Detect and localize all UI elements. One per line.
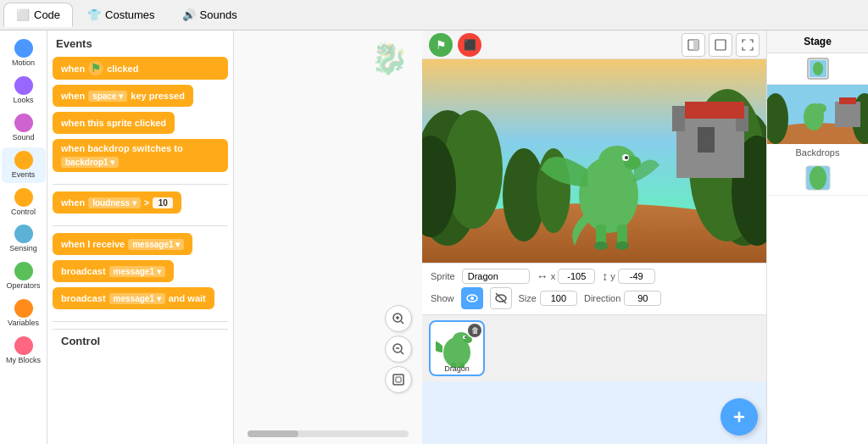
sensing-label: Sensing <box>9 245 37 253</box>
svg-point-36 <box>615 241 629 250</box>
stage-mini-preview <box>767 85 868 144</box>
svg-rect-11 <box>715 40 726 50</box>
show-hidden-button[interactable] <box>490 287 512 309</box>
sidebar-item-variables[interactable]: Variables <box>2 296 46 331</box>
stage-normal-button[interactable] <box>709 33 732 57</box>
backdrops-button[interactable] <box>767 161 868 196</box>
sound-circle <box>14 114 33 132</box>
backdrop-dropdown[interactable]: backdrop1 ▾ <box>61 157 119 168</box>
stage-header: ⚑ ⬛ <box>422 31 766 59</box>
stage-fullscreen-button[interactable] <box>736 33 760 57</box>
sensor-value[interactable]: 10 <box>153 197 173 208</box>
svg-point-45 <box>465 336 466 338</box>
sprite-thumb-dragon[interactable]: 🗑 Dragon <box>429 320 485 376</box>
broadcast-wait-dropdown[interactable]: message1 ▾ <box>109 293 165 304</box>
myblocks-label: My Blocks <box>6 357 41 365</box>
script-area[interactable]: 🐉 when this sprite clicked <box>234 31 422 444</box>
y-label: y <box>610 271 615 281</box>
looks-circle <box>14 76 33 95</box>
svg-rect-8 <box>396 377 401 382</box>
block-broadcast[interactable]: broadcast message1 ▾ <box>53 260 174 282</box>
tab-sounds[interactable]: 🔊 Sounds <box>170 3 250 27</box>
control-label: Control <box>11 208 36 217</box>
divider-1 <box>53 184 228 185</box>
control-section: Control <box>53 329 228 352</box>
blocks-panel: Events when ⚑ clicked when space ▾ key p… <box>47 31 234 444</box>
add-sprite-button[interactable] <box>721 398 758 436</box>
green-flag-icon: ⚑ <box>436 38 447 52</box>
block-when-sprite[interactable]: when this sprite clicked <box>53 112 175 134</box>
tab-sounds-label: Sounds <box>200 8 237 21</box>
sidebar-item-control[interactable]: Control <box>2 185 46 220</box>
size-row: Size <box>519 291 577 306</box>
block-broadcast-wait[interactable]: broadcast message1 ▾ and wait <box>53 287 214 309</box>
x-coord: ↔ x <box>537 269 596 284</box>
sprite-label: Sprite <box>431 271 455 281</box>
divider-2 <box>53 225 228 226</box>
horizontal-scrollbar[interactable] <box>248 430 409 437</box>
sprite-name-input[interactable] <box>462 269 530 284</box>
sidebar-item-events[interactable]: Events <box>2 147 46 183</box>
blocks-section-title: Events <box>53 37 228 50</box>
sound-label: Sound <box>12 134 34 142</box>
svg-line-6 <box>401 352 403 354</box>
stage-canvas <box>422 59 766 263</box>
block-when-sensor[interactable]: when loudness ▾ > 10 <box>53 191 181 214</box>
stop-button[interactable]: ⬛ <box>458 33 481 57</box>
sidebar-item-looks[interactable]: Looks <box>2 73 46 108</box>
sprite-info: Sprite ↔ x ↕ y Show <box>422 263 766 314</box>
stage-area: ⚑ ⬛ <box>422 31 766 444</box>
when-label: when <box>61 64 85 74</box>
tab-costumes[interactable]: 👕 Costumes <box>75 3 168 27</box>
sidebar-item-myblocks[interactable]: My Blocks <box>2 333 46 369</box>
tab-code[interactable]: ⬜ Code <box>3 3 73 27</box>
sensing-circle <box>14 225 33 243</box>
variables-circle <box>14 299 33 318</box>
svg-rect-10 <box>693 40 698 50</box>
stage-title: Stage <box>767 31 868 53</box>
stage-small-button[interactable] <box>682 33 705 57</box>
block-when-key[interactable]: when space ▾ key pressed <box>53 85 193 107</box>
stage-view-toggle[interactable] <box>767 53 868 85</box>
sensor-dropdown[interactable]: loudness ▾ <box>88 197 141 208</box>
y-input[interactable] <box>618 269 655 284</box>
scroll-thumb[interactable] <box>248 430 298 437</box>
block-when-backdrop[interactable]: when backdrop switches to backdrop1 ▾ <box>53 139 228 172</box>
operators-circle <box>14 262 33 280</box>
direction-input[interactable] <box>624 291 661 306</box>
sidebar-item-operators[interactable]: Operators <box>2 258 46 294</box>
sprite-tray: 🗑 Dragon <box>422 314 766 381</box>
sprite-ghost: 🐉 <box>370 41 409 76</box>
control-title: Control <box>58 335 223 347</box>
delete-sprite-button[interactable]: 🗑 <box>468 324 481 337</box>
sidebar-item-sound[interactable]: Sound <box>2 110 46 146</box>
tab-costumes-label: Costumes <box>105 8 155 21</box>
backdrops-label: Backdrops <box>767 144 868 161</box>
zoom-controls <box>385 305 412 393</box>
x-arrows-icon: ↔ <box>537 269 548 283</box>
broadcast-dropdown[interactable]: message1 ▾ <box>109 266 165 277</box>
events-label: Events <box>12 171 36 180</box>
size-input[interactable] <box>540 291 577 306</box>
costumes-icon: 👕 <box>87 8 101 21</box>
block-when-receive[interactable]: when I receive message1 ▾ <box>53 233 192 255</box>
x-input[interactable] <box>558 269 595 284</box>
key-dropdown[interactable]: space ▾ <box>88 91 127 102</box>
block-when-flag[interactable]: when ⚑ clicked <box>53 57 228 80</box>
code-icon: ⬜ <box>16 8 30 21</box>
y-arrows-icon: ↕ <box>602 269 608 283</box>
green-flag-button[interactable]: ⚑ <box>429 33 453 57</box>
sidebar-item-sensing[interactable]: Sensing <box>2 221 46 257</box>
svg-line-3 <box>401 321 403 324</box>
receive-dropdown[interactable]: message1 ▾ <box>128 239 184 250</box>
show-label: Show <box>431 293 454 303</box>
zoom-in-button[interactable] <box>385 305 412 332</box>
show-visible-button[interactable] <box>461 287 483 309</box>
divider-3 <box>53 321 228 322</box>
svg-point-35 <box>594 241 608 250</box>
svg-rect-24 <box>698 127 715 153</box>
motion-circle <box>14 39 33 58</box>
zoom-out-button[interactable] <box>385 336 412 363</box>
zoom-fit-button[interactable] <box>385 366 412 393</box>
sidebar-item-motion[interactable]: Motion <box>2 36 46 71</box>
